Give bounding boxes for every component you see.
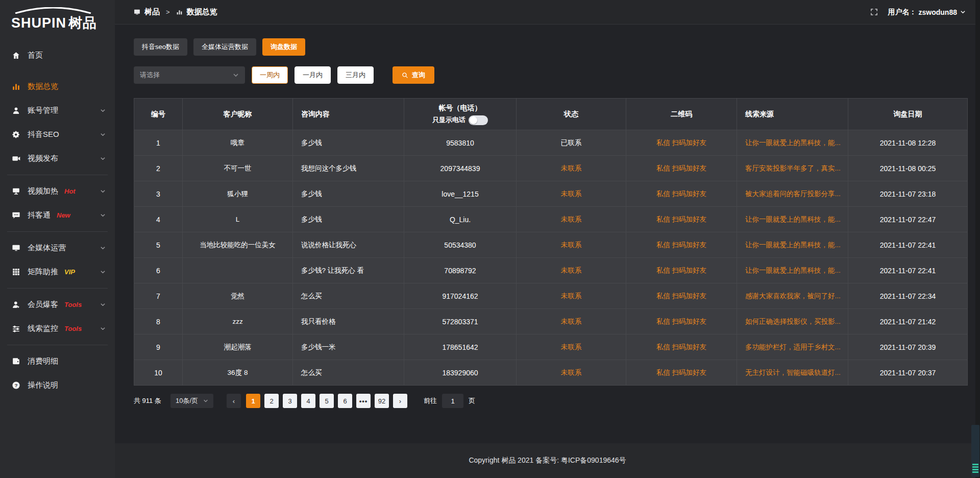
page-unit-label: 页	[469, 396, 475, 405]
cell-content: 怎么买	[293, 360, 404, 386]
goto-label: 前往	[424, 396, 437, 405]
table-row: 2 不可一世 我想问这个多少钱 2097344839 未联系 私信 扫码加好友 …	[134, 156, 968, 181]
chevron-down-icon	[100, 326, 106, 331]
sidebar-item-label: 数据总览	[28, 82, 58, 91]
page-button-4[interactable]: 4	[301, 394, 315, 408]
qrcode-link[interactable]: 私信 扫码加好友	[656, 343, 706, 351]
breadcrumb-root[interactable]: 树品	[144, 7, 160, 17]
cell-date: 2021-11-07 22:34	[848, 283, 968, 309]
col-header-source: 线索来源	[737, 99, 848, 130]
scrollbar[interactable]	[975, 0, 980, 478]
qrcode-link[interactable]: 私信 扫码加好友	[656, 267, 706, 274]
qrcode-link[interactable]: 私信 扫码加好友	[656, 164, 706, 172]
tab-douyin-seo-data[interactable]: 抖音seo数据	[134, 38, 187, 56]
question-icon: ?	[11, 381, 20, 390]
sidebar-item-data-overview[interactable]: 数据总览	[0, 75, 115, 99]
cell-qrcode: 私信 扫码加好友	[626, 207, 737, 232]
source-link[interactable]: 让你一眼就爱上的黑科技，能...	[745, 216, 841, 223]
sidebar-item-account-management[interactable]: 账号管理	[0, 99, 115, 123]
qrcode-link[interactable]: 私信 扫码加好友	[656, 292, 706, 300]
source-link[interactable]: 感谢大家喜欢我家，被问了好...	[745, 292, 841, 300]
qrcode-link[interactable]: 私信 扫码加好友	[656, 190, 706, 198]
pagination: 共 911 条 10条/页 ‹ 1 2 3 4 5 6 ••• 92 › 前往 …	[134, 394, 980, 408]
data-tabs: 抖音seo数据 全媒体运营数据 询盘数据	[134, 38, 980, 56]
cell-source: 感谢大家喜欢我家，被问了好...	[737, 283, 848, 309]
cell-no: 2	[134, 156, 183, 181]
breadcrumb-current: 数据总览	[187, 7, 217, 17]
source-link[interactable]: 多功能护栏灯，适用于乡村文...	[745, 343, 841, 351]
page-button-92[interactable]: 92	[375, 394, 389, 408]
page-button-5[interactable]: 5	[320, 394, 334, 408]
cell-date: 2021-11-08 00:25	[848, 156, 968, 181]
source-link[interactable]: 无主灯设计，智能磁吸轨道灯...	[745, 369, 841, 376]
phone-only-toggle[interactable]	[469, 115, 488, 125]
tab-omni-media-data[interactable]: 全媒体运营数据	[193, 38, 256, 56]
qrcode-link[interactable]: 私信 扫码加好友	[656, 241, 706, 249]
cell-no: 6	[134, 258, 183, 283]
sidebar-item-lead-monitoring[interactable]: 线索监控 Tools	[0, 317, 115, 341]
cell-source: 让你一眼就爱上的黑科技，能...	[737, 130, 848, 156]
qrcode-link[interactable]: 私信 扫码加好友	[656, 216, 706, 223]
cell-nickname: zzz	[183, 309, 293, 334]
source-link[interactable]: 让你一眼就爱上的黑科技，能...	[745, 267, 841, 274]
sidebar-item-omni-media[interactable]: 全媒体运营	[0, 236, 115, 260]
next-page-button[interactable]: ›	[393, 394, 407, 408]
source-link[interactable]: 让你一眼就爱上的黑科技，能...	[745, 139, 841, 147]
col-header-qrcode: 二维码	[626, 99, 737, 130]
range-week-button[interactable]: 一周内	[252, 66, 288, 84]
cell-account: 572803371	[404, 309, 517, 334]
sidebar-menu: 首页 数据总览 账号管理 抖音SEO 视频发布 视频加热 Hot	[0, 43, 115, 397]
col-header-nickname: 客户昵称	[183, 99, 293, 130]
prev-page-button[interactable]: ‹	[227, 394, 241, 408]
source-link[interactable]: 被大家追着问的客厅投影分享...	[745, 190, 841, 198]
cell-qrcode: 私信 扫码加好友	[626, 258, 737, 283]
qrcode-link[interactable]: 私信 扫码加好友	[656, 139, 706, 147]
tools-badge: Tools	[64, 325, 82, 332]
qrcode-link[interactable]: 私信 扫码加好友	[656, 318, 706, 325]
sidebar-item-matrix-boost[interactable]: 矩阵助推 VIP	[0, 260, 115, 284]
sidebar-item-video-heating[interactable]: 视频加热 Hot	[0, 179, 115, 203]
source-link[interactable]: 客厅安装投影半年多了，真实...	[745, 164, 841, 172]
account-select[interactable]: 请选择	[134, 66, 245, 84]
goto-page-input[interactable]	[442, 394, 463, 408]
cell-content: 多少钱一米	[293, 334, 404, 360]
cell-status: 未联系	[517, 232, 626, 258]
range-month-button[interactable]: 一月内	[295, 66, 331, 84]
page-button-1[interactable]: 1	[246, 394, 260, 408]
source-link[interactable]: 让你一眼就爱上的黑科技，能...	[745, 241, 841, 249]
sidebar-item-douyin-seo[interactable]: 抖音SEO	[0, 123, 115, 147]
qrcode-link[interactable]: 私信 扫码加好友	[656, 369, 706, 376]
member-icon	[11, 300, 20, 309]
source-link[interactable]: 如何正确选择投影仪，买投影...	[745, 318, 841, 325]
page-button-3[interactable]: 3	[283, 394, 297, 408]
user-menu[interactable]: 用户名： zswodun88	[888, 8, 966, 17]
cell-nickname: 36度 8	[183, 360, 293, 386]
cell-date: 2021-11-07 23:18	[848, 181, 968, 207]
table-row: 1 哦章 多少钱 9583810 已联系 私信 扫码加好友 让你一眼就爱上的黑科…	[134, 130, 968, 156]
sidebar-item-spending-details[interactable]: 消费明细	[0, 349, 115, 373]
page-size-select[interactable]: 10条/页	[170, 394, 213, 408]
cell-source: 让你一眼就爱上的黑科技，能...	[737, 232, 848, 258]
username-label: 用户名：	[888, 8, 917, 17]
more-pages-button[interactable]: •••	[356, 394, 371, 408]
sidebar-item-video-publish[interactable]: 视频发布	[0, 147, 115, 171]
sidebar-item-label: 会员爆客	[28, 300, 58, 309]
sidebar-item-label: 视频加热	[28, 186, 58, 196]
fullscreen-icon[interactable]	[870, 8, 878, 16]
copyright-text: Copyright 树品 2021 备案号: 粤ICP备09019646号	[469, 456, 626, 465]
sidebar-item-doukertong[interactable]: 抖客通 New	[0, 203, 115, 227]
sidebar-item-home[interactable]: 首页	[0, 43, 115, 67]
svg-text:?: ?	[14, 383, 17, 388]
sidebar-item-label: 视频发布	[28, 154, 58, 163]
page-button-6[interactable]: 6	[338, 394, 352, 408]
query-button[interactable]: 查询	[393, 66, 434, 84]
corner-widget	[971, 425, 979, 477]
cell-status: 未联系	[517, 258, 626, 283]
sidebar-item-instructions[interactable]: ? 操作说明	[0, 373, 115, 397]
tab-inquiry-data[interactable]: 询盘数据	[262, 38, 305, 56]
account-header-title: 帐号（电话）	[439, 104, 482, 113]
range-quarter-button[interactable]: 三月内	[337, 66, 374, 84]
page-button-2[interactable]: 2	[264, 394, 279, 408]
cell-content: 我想问这个多少钱	[293, 156, 404, 181]
sidebar-item-member-burst[interactable]: 会员爆客 Tools	[0, 293, 115, 317]
